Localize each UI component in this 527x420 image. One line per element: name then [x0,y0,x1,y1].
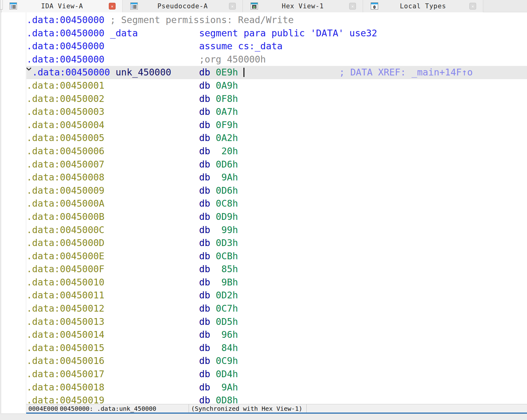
listing-row[interactable]: .data:00450012 db 0C7h [27,302,527,315]
name-spacer [110,382,199,393]
name-spacer [110,251,199,261]
address: .data:00450018 [27,382,110,393]
close-icon[interactable]: ✕ [349,3,356,10]
mnemonic: db [199,277,216,288]
listing-row[interactable]: .data:00450003 db 0A7h [27,105,527,119]
listing-row[interactable]: .data:00450002 db 0F8h [27,92,527,106]
name-spacer [110,106,199,117]
tab-ida-view-a[interactable]: IDA View-A ✕ [2,0,123,12]
listing-row[interactable]: .data:00450018 db 9Ah [27,381,527,394]
address: .data:00450015 [27,342,110,353]
address: .data:00450006 [27,146,110,156]
address: .data:0045000D [27,237,110,248]
disasm-window-icon [130,2,138,11]
listing-row[interactable]: .data:0045000D db 0D3h [27,236,527,250]
mnemonic: db [199,290,216,301]
listing-row[interactable]: .data:0045000A db 0C8h [27,197,527,210]
status-spacer [307,404,527,413]
operand: 0D5h [216,316,238,327]
mnemonic: db [199,329,216,340]
operand: 0CBh [216,251,238,261]
tab-pseudocode-a[interactable]: Pseudocode-A ✕ [123,0,243,12]
symbol-name: _data [110,28,199,38]
operand: 99h [216,224,238,235]
operand: 0D6h [216,159,238,170]
address: .data:0045000C [27,224,110,235]
operand: 9Bh [216,277,238,288]
address: .data:00450014 [27,329,110,340]
xref-comment: ; DATA XREF: _main+14F↑o [339,67,472,78]
types-window-icon: 0 [370,2,378,11]
address: .data:00450016 [27,355,110,366]
tab-label: Hex View-1 [243,2,363,10]
mnemonic: db [199,172,216,183]
mnemonic: db [199,237,216,248]
mnemonic: db [199,355,216,366]
listing-row[interactable]: .data:00450000 ; Segment permissions: Re… [27,14,527,27]
close-icon[interactable]: ✕ [469,3,476,10]
mnemonic: db [199,316,216,327]
disasm-window-icon [9,2,17,11]
operand: 0D4h [216,369,238,379]
listing-row[interactable]: .data:00450004 db 0F9h [27,119,527,132]
name-spacer [110,316,199,327]
listing-row[interactable]: .data:00450009 db 0D6h [27,184,527,197]
listing-row[interactable]: .data:00450011 db 0D2h [27,289,527,302]
tab-local-types[interactable]: 0 Local Types ✕ [363,0,483,12]
operand: 96h [216,329,238,340]
status-file-offset: 0004E000 [26,404,58,413]
listing-row[interactable]: .data:00450016 db 0C9h [27,354,527,368]
listing-row[interactable]: .data:00450006 db 20h [27,145,527,158]
name-spacer [110,198,199,209]
listing-row[interactable]: .data:00450008 db 9Ah [27,171,527,184]
listing-row[interactable]: .data:00450005 db 0A2h [27,131,527,145]
disassembly-listing[interactable]: .data:00450000 ; Segment permissions: Re… [27,12,527,413]
listing-row-current[interactable]: .data:00450000 unk_450000 db 0E9h ; DATA… [27,66,527,79]
listing-row[interactable]: .data:00450014 db 96h [27,328,527,341]
window-bottom-strip [0,414,527,420]
tab-hex-view-1[interactable]: Hex View-1 ✕ [243,0,363,12]
close-icon[interactable]: ✕ [109,3,116,10]
operand: 0F9h [216,119,238,130]
address: .data:0045000E [27,251,110,261]
address: .data:00450000 [27,41,110,51]
listing-row[interactable]: .data:0045000C db 99h [27,224,527,237]
name-spacer [110,290,199,301]
address: .data:00450007 [27,159,110,170]
name-spacer [110,264,199,274]
directive: assume cs:_data [199,41,283,51]
listing-row[interactable]: .data:00450000 _data segment para public… [27,27,527,40]
operand: 0C8h [216,198,238,209]
listing-row[interactable]: .data:00450000 assume cs:_data [27,40,527,53]
listing-row[interactable]: .data:0045000F db 85h [27,263,527,276]
mnemonic: db [199,132,216,143]
operand: 9Ah [216,382,238,393]
listing-row[interactable]: .data:00450015 db 84h [27,341,527,355]
name-spacer [110,172,199,183]
listing-row[interactable]: .data:00450017 db 0D4h [27,368,527,381]
listing-row[interactable]: .data:00450001 db 0A9h [27,79,527,92]
directive: ;org 450000h [199,54,266,65]
name-spacer [110,41,199,51]
address: .data:0045000B [27,211,110,222]
name-spacer [110,303,199,314]
address: .data:00450012 [27,303,110,314]
listing-row[interactable]: .data:00450007 db 0D6h [27,158,527,171]
listing-row[interactable]: .data:00450013 db 0D5h [27,315,527,329]
address: .data:00450017 [27,369,110,379]
listing-row[interactable]: .data:00450000 ;org 450000h [27,53,527,66]
name-spacer [110,237,199,248]
name-spacer [110,185,199,196]
listing-row[interactable]: .data:0045000B db 0D9h [27,210,527,224]
listing-row[interactable]: .data:00450010 db 9Bh [27,276,527,289]
mnemonic: db [199,106,216,117]
operand: 0F8h [216,93,238,104]
operand: 0D3h [216,237,238,248]
name-spacer [110,54,199,65]
symbol-name: unk_450000 [116,67,199,78]
address: .data:00450000 [27,54,110,65]
listing-row[interactable]: .data:0045000E db 0CBh [27,250,527,263]
close-icon[interactable]: ✕ [229,3,236,10]
xref-spacer [244,67,339,78]
status-sync-state: (Synchronized with Hex View-1) [189,404,307,413]
